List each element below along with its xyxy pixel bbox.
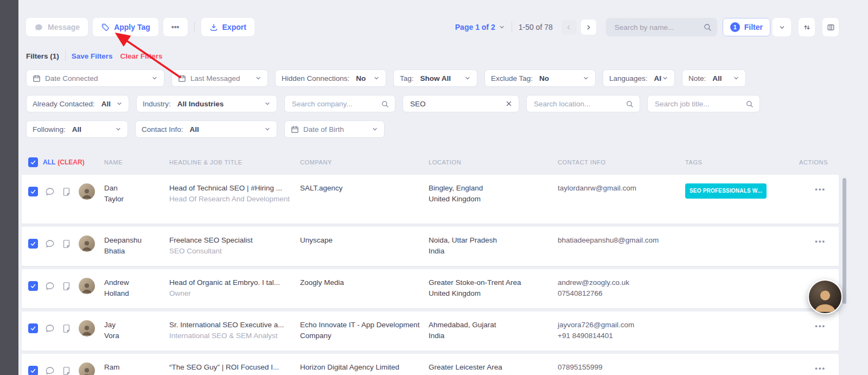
filter-keyword[interactable] [403, 95, 519, 112]
tag-badge[interactable]: SEO PROFESSIONALS W... [685, 183, 767, 199]
message-icon[interactable] [45, 239, 55, 249]
actions-cell: ••• [799, 320, 839, 332]
next-page-button[interactable] [581, 20, 596, 35]
select-all-checkbox[interactable] [28, 157, 38, 167]
columns-layout-button[interactable] [822, 18, 839, 36]
note-icon[interactable] [62, 187, 71, 196]
avatar[interactable] [79, 183, 95, 200]
filter-value: All [712, 74, 722, 82]
avatar[interactable] [79, 363, 95, 375]
headline-cell: Sr. International SEO Executive a... Int… [169, 320, 293, 341]
clear-filters-link[interactable]: Clear Filters [120, 52, 163, 60]
last-name: Taylor [104, 194, 163, 205]
name-cell[interactable]: Andrew Holland [104, 277, 163, 299]
avatar[interactable] [79, 278, 95, 294]
filter-label: Note: [688, 74, 706, 82]
floating-avatar-widget[interactable] [808, 279, 843, 314]
note-icon[interactable] [62, 324, 71, 333]
name-cell[interactable]: Ram [104, 362, 163, 373]
keyword-input[interactable] [409, 99, 505, 109]
filter-button[interactable]: 1 Filter [723, 18, 770, 36]
last-name: Bhatia [104, 246, 163, 257]
filter-note[interactable]: Note: All [682, 69, 746, 87]
export-button[interactable]: Export [201, 18, 254, 36]
filter-label: Exclude Tag: [491, 74, 533, 82]
filter-value: No [539, 74, 549, 82]
clear-icon[interactable] [505, 100, 513, 107]
filter-following[interactable]: Following: All [26, 120, 128, 138]
contact-line1: bhatiadeepanshu8@gmail.com [558, 235, 678, 246]
row-actions-button[interactable]: ••• [815, 363, 826, 374]
message-icon[interactable] [45, 281, 55, 291]
row-checkbox[interactable] [28, 323, 38, 333]
message-button[interactable]: Message [26, 18, 88, 36]
chevron-down-icon [733, 75, 739, 81]
more-actions-button[interactable]: ••• [163, 18, 188, 36]
row-checkbox[interactable] [28, 187, 38, 196]
contact-line1: 07895155999 [558, 362, 678, 373]
message-icon[interactable] [45, 323, 55, 333]
clear-selection-link[interactable]: (CLEAR) [58, 158, 84, 166]
message-icon[interactable] [45, 366, 55, 375]
job-title-search-input[interactable] [654, 99, 745, 109]
filter-date-connected[interactable]: Date Connected [26, 69, 164, 87]
location-line1: Noida, Uttar Pradesh [429, 235, 551, 246]
page-selector[interactable]: Page 1 of 2 [455, 23, 505, 31]
result-range: 1-50 of 78 [519, 23, 553, 31]
filter-last-messaged[interactable]: Last Messaged [171, 69, 268, 87]
note-icon[interactable] [62, 366, 71, 375]
filter-hidden-connections[interactable]: Hidden Connections: No [275, 69, 386, 87]
avatar[interactable] [79, 236, 95, 252]
company-search-input[interactable] [291, 99, 381, 109]
row-actions-button[interactable]: ••• [815, 236, 826, 247]
row-checkbox[interactable] [28, 239, 38, 249]
header-tags: TAGS [685, 159, 799, 166]
search-icon [703, 23, 712, 31]
chevron-down-icon [373, 75, 380, 81]
avatar[interactable] [79, 320, 95, 336]
select-all-label[interactable]: ALL [43, 158, 55, 166]
contact-line2: 07540812766 [558, 288, 678, 299]
row-actions-button[interactable]: ••• [815, 321, 826, 332]
row-checkbox[interactable] [28, 366, 38, 375]
sort-button[interactable] [799, 18, 815, 36]
apply-tag-button[interactable]: Apply Tag [93, 18, 158, 36]
table-row: Ram “The SEO Guy” | ROI Focused I... Hor… [22, 354, 839, 375]
name-cell[interactable]: Jay Vora [104, 320, 163, 341]
filter-tag[interactable]: Tag: Show All [393, 69, 477, 87]
headline: Head of Organic at Embryo. I tal... [169, 277, 293, 288]
calendar-icon [291, 125, 299, 134]
row-checkbox[interactable] [28, 281, 38, 291]
filter-date-of-birth[interactable]: Date of Birth [284, 120, 385, 138]
filter-already-contacted[interactable]: Already Contacted: All [26, 95, 129, 112]
filter-location-search[interactable] [526, 95, 640, 112]
filter-button-label: Filter [744, 23, 763, 31]
filter-contact-info[interactable]: Contact Info: All [135, 120, 277, 138]
filter-job-title-search[interactable] [647, 95, 760, 112]
name-cell[interactable]: Deepanshu Bhatia [104, 235, 163, 257]
vertical-scrollbar[interactable] [843, 178, 846, 304]
filter-languages[interactable]: Languages: All [603, 69, 675, 87]
row-actions-button[interactable]: ••• [815, 184, 826, 195]
name-cell[interactable]: Dan Taylor [104, 183, 163, 205]
filter-dropdown-button[interactable] [773, 18, 791, 36]
note-icon[interactable] [62, 282, 71, 291]
filters-bar: Filters (1) Save Filters Clear Filters [26, 51, 163, 61]
note-icon[interactable] [62, 239, 71, 249]
name-search-input[interactable] [614, 23, 703, 32]
filter-exclude-tag[interactable]: Exclude Tag: No [484, 69, 596, 87]
headline: Freelance SEO Specialist [169, 235, 293, 246]
header-headline: HEADLINE & JOB TITLE [169, 159, 293, 166]
filters-divider [65, 50, 66, 61]
save-filters-link[interactable]: Save Filters [72, 52, 113, 60]
prev-page-button[interactable] [561, 20, 577, 35]
company-cell: Zoogly Media [300, 277, 422, 288]
message-button-label: Message [48, 23, 80, 31]
header-actions: ACTIONS [799, 159, 841, 166]
headline: Head of Technical SEO | #Hiring ... [169, 183, 293, 194]
chevron-down-icon [116, 100, 123, 107]
filter-industry[interactable]: Industry: All Industries [136, 95, 277, 112]
message-icon[interactable] [45, 187, 55, 196]
filter-company-search[interactable] [284, 95, 395, 112]
location-search-input[interactable] [533, 99, 626, 109]
